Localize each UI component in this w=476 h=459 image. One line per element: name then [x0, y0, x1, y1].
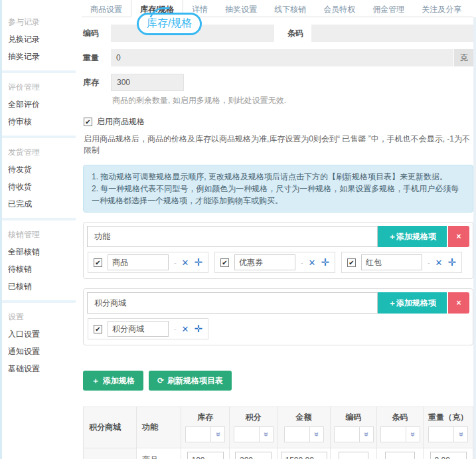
- spec-item-input[interactable]: 积分商城: [108, 321, 169, 337]
- tab-follow-share[interactable]: 关注及分享: [413, 0, 470, 17]
- batch-apply-button[interactable]: «: [309, 426, 324, 442]
- sidebar-group: 核销管理 全部核销 待核销 已核销: [8, 226, 80, 295]
- col-header-points: 积分 «: [230, 407, 278, 448]
- tab-commission[interactable]: 佣金管理: [364, 0, 413, 17]
- remove-item-icon[interactable]: ✕: [182, 258, 189, 268]
- tab-lottery-settings[interactable]: 抽奖设置: [216, 0, 266, 17]
- barcode-input[interactable]: [311, 25, 473, 42]
- drag-move-icon[interactable]: ✛: [194, 256, 202, 268]
- batch-amount-input[interactable]: [284, 426, 309, 442]
- spec-name-input[interactable]: 积分商城: [87, 292, 378, 314]
- sidebar-item-completed[interactable]: 已完成: [8, 195, 80, 213]
- spec-item-checkbox[interactable]: ✔: [94, 325, 102, 333]
- remove-item-icon[interactable]: ✕: [309, 258, 316, 268]
- sidebar-item-basic-settings[interactable]: 基础设置: [8, 360, 80, 377]
- thumb-placeholder[interactable]: -: [174, 259, 176, 266]
- batch-code-input[interactable]: [334, 426, 359, 442]
- row-name: 商品: [137, 448, 181, 459]
- chevron-double-down-icon: «: [213, 432, 222, 437]
- sidebar-item-to-ship[interactable]: 待发货: [8, 161, 80, 178]
- sidebar-header-verification: 核销管理: [8, 226, 80, 243]
- sidebar-divider: [2, 218, 76, 221]
- spec-actions: ＋添加规格 ⟳刷新规格项目表: [83, 371, 473, 391]
- sidebar-item-exchange-records[interactable]: 兑换记录: [8, 31, 80, 48]
- spec-name-input[interactable]: 功能: [87, 226, 378, 247]
- stock-help-text: 商品的剩余数量, 如启用多规格，则此处设置无效.: [112, 95, 473, 106]
- thumb-placeholder[interactable]: -: [301, 259, 303, 266]
- sidebar-item-all-reviews[interactable]: 全部评价: [8, 96, 80, 113]
- close-icon: ×: [456, 298, 461, 308]
- sidebar-item-all-verify[interactable]: 全部核销: [8, 243, 80, 260]
- sidebar-item-verified[interactable]: 已核销: [8, 278, 80, 295]
- spec-item-input[interactable]: 红包: [361, 254, 422, 270]
- sidebar-item-pending-verify[interactable]: 待核销: [8, 260, 80, 278]
- batch-stock-input[interactable]: [185, 426, 210, 442]
- sidebar-header-shipping: 发货管理: [8, 143, 80, 161]
- thumb-placeholder[interactable]: -: [174, 325, 176, 333]
- spec-item-input[interactable]: 商品: [108, 254, 169, 270]
- spec-item-checkbox[interactable]: ✔: [94, 258, 102, 267]
- barcode-cell-input[interactable]: [385, 452, 415, 459]
- drag-move-icon[interactable]: ✛: [194, 323, 202, 335]
- spec-item-checkbox[interactable]: ✔: [220, 258, 229, 267]
- spec-item-input[interactable]: 优惠券: [234, 254, 295, 270]
- amount-cell-input[interactable]: [281, 452, 327, 459]
- drag-move-icon[interactable]: ✛: [447, 256, 456, 268]
- add-spec-button[interactable]: ＋添加规格: [83, 371, 143, 391]
- chevron-double-down-icon: «: [262, 432, 271, 437]
- spec-item-redpacket: ✔ 红包 - ✕ ✛: [341, 252, 462, 273]
- tab-offline-verify[interactable]: 线下核销: [266, 0, 315, 17]
- enable-spec-checkbox[interactable]: ✔: [84, 118, 92, 126]
- batch-barcode-input[interactable]: [380, 426, 406, 442]
- scrollbar[interactable]: [473, 17, 476, 459]
- spec-panel-function: 功能 ＋添加规格项 × ✔ 商品 - ✕ ✛ ✔ 优惠券 - ✕ ✛: [83, 222, 473, 279]
- delete-spec-button[interactable]: ×: [448, 292, 469, 314]
- batch-weight-input[interactable]: [428, 426, 453, 442]
- sidebar-group: 发货管理 待发货 待收货 已完成: [8, 143, 80, 213]
- plus-icon: ＋: [92, 376, 100, 385]
- weight-input[interactable]: 0: [111, 49, 453, 66]
- remove-item-icon[interactable]: ✕: [182, 324, 189, 334]
- chevron-double-down-icon: «: [456, 432, 465, 437]
- sidebar-item-lottery-records[interactable]: 抽奖记录: [8, 48, 80, 65]
- enable-spec-label: 启用商品规格: [97, 116, 145, 128]
- delete-spec-button[interactable]: ×: [448, 226, 469, 247]
- sidebar-divider: [2, 136, 76, 138]
- row-group-label: 积分商城: [84, 448, 137, 459]
- sidebar-group: 参与记录 兑换记录 抽奖记录: [8, 13, 80, 65]
- batch-apply-button[interactable]: «: [406, 426, 420, 442]
- drag-move-icon[interactable]: ✛: [321, 256, 329, 268]
- sidebar-item-pending-review[interactable]: 待审核: [8, 113, 80, 130]
- weight-unit: 克: [453, 49, 473, 66]
- sidebar-item-notify-settings[interactable]: 通知设置: [8, 343, 80, 360]
- thumb-placeholder[interactable]: -: [428, 259, 430, 266]
- stock-input[interactable]: 300: [111, 74, 184, 91]
- points-cell-input[interactable]: [235, 452, 272, 459]
- batch-apply-button[interactable]: «: [210, 426, 225, 442]
- refresh-spec-table-button[interactable]: ⟳刷新规格项目表: [149, 371, 232, 391]
- code-cell-input[interactable]: [339, 452, 368, 459]
- remove-item-icon[interactable]: ✕: [436, 258, 443, 268]
- batch-apply-button[interactable]: «: [453, 426, 468, 442]
- refresh-icon: ⟳: [157, 376, 164, 385]
- add-spec-item-button[interactable]: ＋添加规格项: [378, 226, 447, 247]
- sidebar-item-to-receive[interactable]: 待收货: [8, 178, 80, 195]
- sidebar-item-entry-settings[interactable]: 入口设置: [8, 325, 80, 343]
- batch-points-input[interactable]: [234, 426, 259, 442]
- main-content: 商品设置 库存/规格 详情 抽奖设置 线下核销 会员特权 佣金管理 关注及分享 …: [80, 0, 476, 459]
- batch-apply-button[interactable]: «: [359, 426, 374, 442]
- weight-cell-input[interactable]: [430, 452, 467, 459]
- tab-member-privilege[interactable]: 会员特权: [315, 0, 364, 17]
- spec-item-checkbox[interactable]: ✔: [347, 258, 356, 267]
- spec-info-line2: 2. 每一种规格代表不同型号，例如颜色为一种规格，尺寸为一种规格，如果设置多规格…: [92, 183, 465, 207]
- col-header-barcode: 条码 «: [377, 407, 424, 448]
- spec-table: 积分商城 功能 库存 « 积分 « 金额 « 编码: [83, 407, 473, 459]
- spec-item-goods: ✔ 商品 - ✕ ✛: [88, 252, 208, 273]
- col-header-stock: 库存 «: [181, 407, 230, 448]
- stock-cell-input[interactable]: [187, 452, 224, 459]
- tab-product-settings[interactable]: 商品设置: [82, 0, 131, 17]
- sidebar-group: 评价管理 全部评价 待审核: [8, 78, 80, 130]
- batch-apply-button[interactable]: «: [259, 426, 274, 442]
- spec-info-box: 1. 拖动规格可调整规格显示顺序, 更改规格及规格项后请点击下方的【刷新规格项目…: [83, 165, 473, 213]
- add-spec-item-button[interactable]: ＋添加规格项: [378, 292, 447, 314]
